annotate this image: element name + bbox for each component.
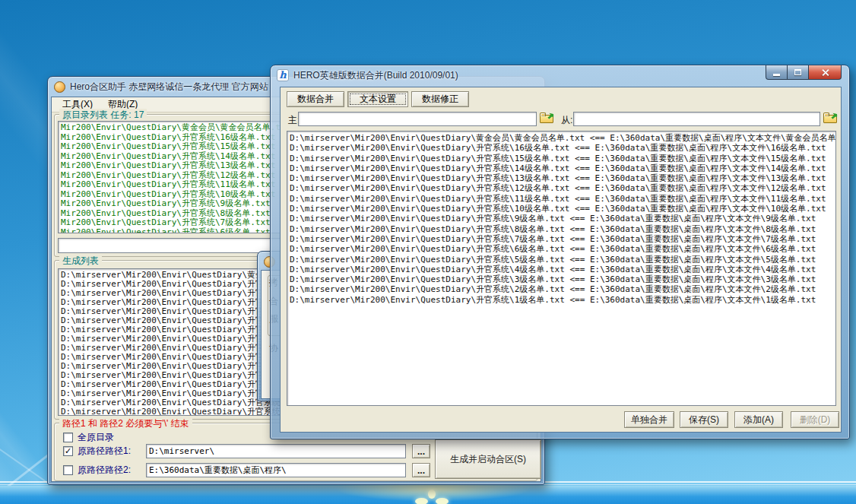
merge-task-item[interactable]: D:\mirserver\Mir200\Envir\QuestDiary\升官系… [290,143,835,153]
path2-label: 原路径路径2: [78,464,143,477]
merge-task-item[interactable]: D:\mirserver\Mir200\Envir\QuestDiary\黄金会… [290,133,835,143]
logo-petal [436,498,449,504]
hero-merge-client: 数据合并 文本设置 数据修正 主: 从: D:\mirserver\Mir200… [280,87,842,433]
folder-tab [823,113,829,116]
folder-open-icon[interactable] [823,113,838,124]
path-warning-label: 路径1 和 路径2 必须要与'\' 结束 [59,417,192,430]
folder-tab [540,113,546,116]
merge-task-item[interactable]: D:\mirserver\Mir200\Envir\QuestDiary\升官系… [290,224,835,234]
from-path-label: 从: [561,114,572,127]
save-button[interactable]: 保存(S) [680,411,728,428]
source-group-label: 原目录列表 任务: 17 [59,109,147,122]
tab-data-merge[interactable]: 数据合并 [287,91,344,107]
logo-petal [428,490,436,499]
hero-merge-titlebar[interactable]: h HERO英雄版数据合并(Build 2010/09/01) [271,65,849,85]
close-button[interactable] [808,65,842,80]
path1-browse-button[interactable]: ... [412,444,430,458]
merge-task-item[interactable]: D:\mirserver\Mir200\Envir\QuestDiary\升官系… [290,163,835,173]
path2-browse-button[interactable]: ... [412,463,430,477]
merge-task-item[interactable]: D:\mirserver\Mir200\Envir\QuestDiary\升官系… [290,274,835,284]
hero-merge-app-icon: h [277,69,289,81]
merge-single-button[interactable]: 单独合并 [624,411,674,428]
checkbox-row-path1[interactable]: ✓ 原路径路径1: [63,445,143,458]
tab-data-fix[interactable]: 数据修正 [411,91,469,107]
window-controls [766,65,842,80]
tab-text-settings[interactable]: 文本设置 [347,91,408,107]
delete-button: 删除(D) [791,411,839,428]
merge-task-item[interactable]: D:\mirserver\Mir200\Envir\QuestDiary\升官系… [290,244,835,254]
folder-open-icon[interactable] [540,113,554,124]
add-button[interactable]: 添加(A) [734,411,783,428]
merge-task-item[interactable]: D:\mirserver\Mir200\Envir\QuestDiary\升官系… [290,284,835,294]
merge-task-item[interactable]: D:\mirserver\Mir200\Envir\QuestDiary\升官系… [290,183,835,193]
checkbox-row-path2[interactable]: 原路径路径2: [63,464,143,477]
merge-task-item[interactable]: D:\mirserver\Mir200\Envir\QuestDiary\升官系… [290,154,835,163]
path2-checkbox[interactable] [63,465,73,475]
merge-task-item[interactable]: D:\mirserver\Mir200\Envir\QuestDiary\升官系… [290,295,835,305]
path2-input[interactable] [146,463,406,477]
merge-task-item[interactable]: D:\mirserver\Mir200\Envir\QuestDiary\升官系… [290,173,835,183]
logo-petal [415,498,428,504]
minimize-icon [773,74,780,76]
merge-task-item[interactable]: D:\mirserver\Mir200\Envir\QuestDiary\升官系… [290,255,835,265]
close-icon [821,68,829,77]
maximize-icon [794,69,801,75]
merge-task-item[interactable]: D:\mirserver\Mir200\Envir\QuestDiary\升官系… [290,194,835,204]
hero-app-icon [54,81,65,93]
all-source-label: 全原目录 [78,431,114,444]
path1-label: 原路径路径1: [78,445,143,458]
generated-group-label: 生成列表 [59,255,102,268]
all-source-checkbox[interactable] [63,433,73,442]
merge-task-item[interactable]: D:\mirserver\Mir200\Envir\QuestDiary\升官系… [290,214,835,223]
windows-logo-glow [412,490,452,504]
hero-merge-window[interactable]: h HERO英雄版数据合并(Build 2010/09/01) 数据合并 文本设… [270,65,850,439]
merge-task-item[interactable]: D:\mirserver\Mir200\Envir\QuestDiary\升官系… [290,204,835,214]
minimize-button[interactable] [766,65,788,80]
hero-window-title: Hero合区助手 赤壁网络诚信一条龙代理 官方网站 [70,81,268,94]
maximize-button[interactable] [788,65,808,80]
path1-input[interactable] [146,444,406,458]
merge-task-item[interactable]: D:\mirserver\Mir200\Envir\QuestDiary\升官系… [290,234,835,244]
merge-task-listbox[interactable]: D:\mirserver\Mir200\Envir\QuestDiary\黄金会… [287,131,836,406]
hero-merge-title: HERO英雄版数据合并(Build 2010/09/01) [293,69,458,82]
main-path-input[interactable] [298,112,537,126]
checkbox-row-all[interactable]: 全原目录 [63,431,114,444]
from-path-input[interactable] [573,112,820,126]
generate-and-start-button[interactable]: 生成并启动合区(S) [435,439,541,479]
merge-task-item[interactable]: D:\mirserver\Mir200\Envir\QuestDiary\升官系… [290,265,835,274]
path1-checkbox[interactable]: ✓ [63,446,73,456]
